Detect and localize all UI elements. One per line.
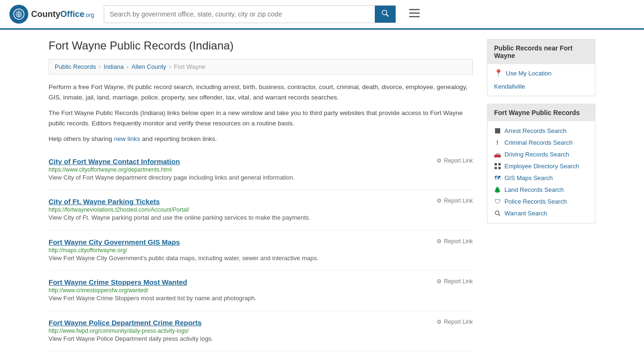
- svg-rect-11: [498, 167, 501, 169]
- svg-line-4: [386, 15, 388, 17]
- report-link-btn-4[interactable]: ⚙ Report Link: [437, 319, 473, 325]
- svg-rect-8: [495, 163, 497, 165]
- grid-icon: [494, 163, 501, 170]
- result-desc-3: View Fort Wayne Crime Stoppers most want…: [49, 294, 473, 303]
- result-header-4: Fort Wayne Police Department Crime Repor…: [49, 319, 473, 327]
- result-url-0[interactable]: https://www.cityoffortwayne.org/departme…: [49, 166, 172, 173]
- nearby-records-content: 📍 Use My Location Kendallville: [487, 64, 595, 96]
- result-item-1: City of Ft. Wayne Parking Tickets ⚙ Repo…: [49, 190, 473, 230]
- report-link-btn-1[interactable]: ⚙ Report Link: [437, 197, 473, 204]
- wrench-icon-2: ⚙: [437, 238, 442, 245]
- result-desc-0: View City of Fort Wayne department direc…: [49, 173, 473, 182]
- tree-icon: 🌲: [494, 187, 501, 193]
- result-title-0[interactable]: City of Fort Wayne Contact Information: [49, 157, 180, 165]
- result-header-1: City of Ft. Wayne Parking Tickets ⚙ Repo…: [49, 197, 473, 206]
- new-links-link[interactable]: new links: [114, 135, 140, 142]
- result-desc-2: View Fort Wayne City Government's public…: [49, 254, 473, 263]
- result-url-2[interactable]: http://maps.cityoffortwayne.org/: [49, 247, 127, 254]
- location-pin-icon: 📍: [494, 69, 503, 77]
- svg-rect-9: [498, 163, 501, 165]
- report-link-btn-0[interactable]: ⚙ Report Link: [437, 157, 473, 164]
- result-header-3: Fort Wayne Crime Stoppers Most Wanted ⚙ …: [49, 278, 473, 286]
- nearby-link-0[interactable]: Kendallville: [494, 82, 588, 91]
- exclamation-icon: !: [494, 140, 501, 146]
- breadcrumb-indiana[interactable]: Indiana: [104, 63, 124, 70]
- result-item-2: Fort Wayne City Government GIS Maps ⚙ Re…: [49, 230, 473, 271]
- sidebar-item-police-records[interactable]: 🛡 Police Records Search: [487, 196, 595, 207]
- logo-icon: [9, 5, 28, 24]
- sidebar-item-warrant-search[interactable]: Warrant Search: [487, 207, 595, 219]
- map-icon: 🗺: [494, 175, 501, 181]
- fort-wayne-records-header: Fort Wayne Public Records: [487, 104, 595, 121]
- breadcrumb-sep-2: ›: [126, 63, 128, 70]
- sidebar-item-criminal-records[interactable]: ! Criminal Records Search: [487, 137, 595, 148]
- result-header-0: City of Fort Wayne Contact Information ⚙…: [49, 157, 473, 165]
- page-title: Fort Wayne Public Records (Indiana): [49, 39, 473, 52]
- wrench-icon-0: ⚙: [437, 157, 442, 164]
- search-button[interactable]: [375, 6, 396, 23]
- wrench-icon-4: ⚙: [437, 319, 442, 325]
- svg-line-13: [498, 214, 500, 216]
- description-2: The Fort Wayne Public Records (Indiana) …: [49, 108, 473, 128]
- sidebar-item-land-records[interactable]: 🌲 Land Records Search: [487, 184, 595, 196]
- svg-rect-10: [495, 167, 497, 169]
- site-logo[interactable]: CountyOffice.org: [9, 5, 94, 24]
- search-input[interactable]: [104, 7, 375, 22]
- breadcrumb-sep-1: ›: [99, 63, 100, 70]
- breadcrumb-current: Fort Wayne: [174, 63, 206, 70]
- site-header: CountyOffice.org: [0, 0, 644, 30]
- result-title-4[interactable]: Fort Wayne Police Department Crime Repor…: [49, 319, 202, 327]
- result-desc-1: View City of Ft. Wayne parking portal an…: [49, 213, 473, 222]
- sidebar-item-arrest-records[interactable]: Arrest Records Search: [487, 125, 595, 137]
- breadcrumb: Public Records › Indiana › Allen County …: [49, 59, 473, 74]
- shield-icon: 🛡: [494, 198, 501, 205]
- result-title-2[interactable]: Fort Wayne City Government GIS Maps: [49, 238, 180, 246]
- result-title-1[interactable]: City of Ft. Wayne Parking Tickets: [49, 197, 160, 206]
- sidebar-item-driving-records[interactable]: 🚗 Driving Records Search: [487, 148, 595, 160]
- result-url-1[interactable]: https://fortwayneviolations.t2hosted.com…: [49, 206, 189, 213]
- svg-rect-6: [409, 13, 420, 14]
- breadcrumb-sep-3: ›: [169, 63, 171, 70]
- sidebar: Public Records near Fort Wayne 📍 Use My …: [487, 39, 595, 351]
- result-desc-4: View Fort Wayne Police Department daily …: [49, 334, 473, 344]
- result-item-3: Fort Wayne Crime Stoppers Most Wanted ⚙ …: [49, 271, 473, 311]
- breadcrumb-public-records[interactable]: Public Records: [55, 63, 96, 70]
- result-url-4[interactable]: http://www.fwpd.org/community/daily-pres…: [49, 328, 189, 334]
- result-item-4: Fort Wayne Police Department Crime Repor…: [49, 311, 473, 352]
- svg-point-3: [382, 10, 387, 15]
- use-my-location-link[interactable]: 📍 Use My Location: [494, 69, 588, 77]
- wrench-icon-3: ⚙: [437, 278, 442, 285]
- result-url-3[interactable]: http://www.crimestoppersfw.org/wanted/: [49, 287, 148, 294]
- car-icon: 🚗: [494, 151, 501, 158]
- report-link-btn-3[interactable]: ⚙ Report Link: [437, 278, 473, 285]
- description-1: Perform a free Fort Wayne, IN public rec…: [49, 82, 473, 102]
- sidebar-item-gis-maps[interactable]: 🗺 GIS Maps Search: [487, 172, 595, 184]
- description-3: Help others by sharing new links and rep…: [49, 134, 473, 144]
- result-item-0: City of Fort Wayne Contact Information ⚙…: [49, 150, 473, 190]
- logo-text: CountyOffice.org: [31, 9, 94, 19]
- nearby-records-box: Public Records near Fort Wayne 📍 Use My …: [487, 39, 595, 96]
- sidebar-record-list: Arrest Records Search ! Criminal Records…: [487, 121, 595, 223]
- svg-point-12: [495, 211, 499, 215]
- search-bar: [104, 5, 396, 23]
- report-link-btn-2[interactable]: ⚙ Report Link: [437, 238, 473, 245]
- nearby-records-header: Public Records near Fort Wayne: [487, 40, 595, 64]
- sidebar-item-employee-directory[interactable]: Employee Directory Search: [487, 160, 595, 172]
- main-content: Fort Wayne Public Records (Indiana) Publ…: [49, 39, 473, 351]
- svg-rect-7: [409, 16, 420, 17]
- svg-rect-5: [409, 9, 420, 10]
- result-header-2: Fort Wayne City Government GIS Maps ⚙ Re…: [49, 238, 473, 246]
- main-container: Fort Wayne Public Records (Indiana) Publ…: [39, 30, 605, 361]
- result-title-3[interactable]: Fort Wayne Crime Stoppers Most Wanted: [49, 278, 187, 286]
- search-icon: [494, 210, 501, 217]
- fort-wayne-records-box: Fort Wayne Public Records Arrest Records…: [487, 104, 595, 223]
- square-icon: [494, 128, 501, 134]
- hamburger-menu-button[interactable]: [405, 6, 423, 22]
- breadcrumb-allen-county[interactable]: Allen County: [132, 63, 166, 70]
- wrench-icon-1: ⚙: [437, 197, 442, 204]
